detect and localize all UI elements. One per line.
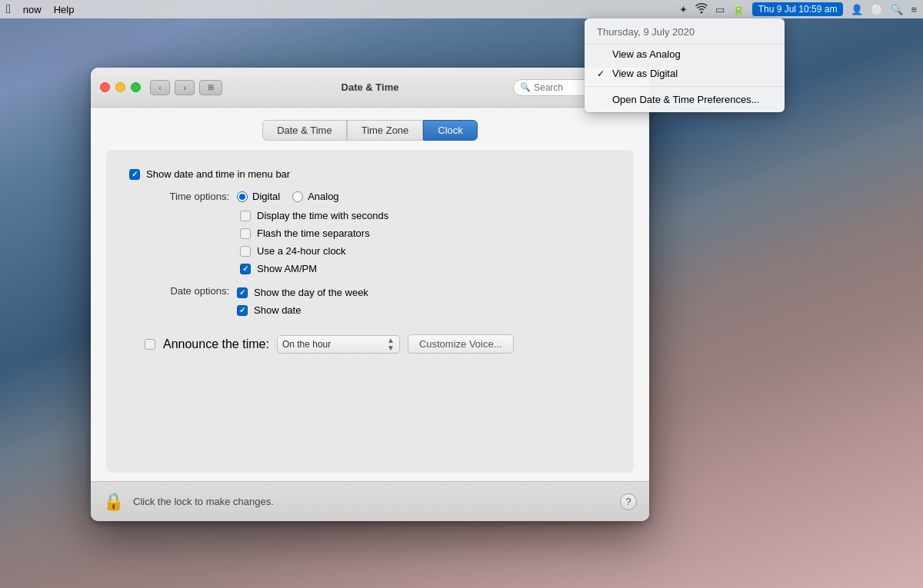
window-maximize-button[interactable] bbox=[131, 82, 141, 92]
airplay-icon[interactable]: ▭ bbox=[715, 4, 725, 15]
announce-frequency-select[interactable]: On the hour ▲ ▼ bbox=[277, 335, 400, 354]
time-sub-options: Display the time with seconds Flash the … bbox=[240, 210, 388, 274]
dropdown-view-digital-label: View as Digital bbox=[612, 68, 678, 79]
digital-radio-btn[interactable] bbox=[237, 191, 248, 202]
show-day-text: Show the day of the week bbox=[254, 287, 368, 298]
preferences-window: ‹ › ⊞ Date & Time 🔍 Date & Time Time Zon… bbox=[91, 68, 649, 521]
time-options-content: Digital Analog Display the time with sec… bbox=[237, 191, 388, 274]
tab-bar: Date & Time Time Zone Clock bbox=[106, 120, 634, 141]
dropdown-arrows-icon: ▲ ▼ bbox=[387, 337, 395, 352]
digital-radio-text: Digital bbox=[252, 191, 280, 202]
show-date-label[interactable]: Show date bbox=[237, 304, 368, 316]
show-day-checkbox[interactable] bbox=[237, 287, 248, 298]
window-titlebar: ‹ › ⊞ Date & Time 🔍 bbox=[91, 68, 649, 108]
show-seconds-text: Display the time with seconds bbox=[257, 210, 388, 221]
show-ampm-checkbox[interactable] bbox=[240, 264, 251, 274]
show-menubar-row: Show date and time in menu bar bbox=[129, 168, 611, 180]
24hour-text: Use a 24-hour clock bbox=[257, 245, 346, 257]
dropdown-view-digital[interactable]: ✓ View as Digital bbox=[585, 64, 785, 83]
announce-time-label: Announce the time: bbox=[163, 337, 269, 351]
help-button[interactable]: ? bbox=[620, 493, 637, 510]
date-sub-options: Show the day of the week Show date bbox=[237, 287, 368, 316]
announce-frequency-value: On the hour bbox=[282, 339, 331, 350]
network-icon[interactable]: ✦ bbox=[679, 4, 688, 15]
tab-date-time[interactable]: Date & Time bbox=[262, 120, 347, 141]
settings-panel: Show date and time in menu bar Time opti… bbox=[106, 150, 634, 473]
tab-clock[interactable]: Clock bbox=[423, 120, 478, 141]
flash-separators-text: Flash the time separators bbox=[257, 228, 370, 239]
menu-bar:  now Help ✦ ▭ 🔋 Thu 9 Jul 10:59 am 👤 ⚪ … bbox=[0, 0, 923, 18]
show-menubar-text: Show date and time in menu bar bbox=[146, 168, 290, 180]
window-close-button[interactable] bbox=[100, 82, 110, 92]
lock-text: Click the lock to make changes. bbox=[133, 496, 274, 507]
dropdown-view-analog[interactable]: View as Analog bbox=[585, 45, 785, 64]
list-icon[interactable]: ≡ bbox=[911, 4, 917, 15]
dropdown-view-analog-label: View as Analog bbox=[612, 48, 681, 60]
battery-icon[interactable]: 🔋 bbox=[732, 4, 745, 15]
show-date-checkbox[interactable] bbox=[237, 305, 248, 316]
dropdown-open-prefs-label: Open Date & Time Preferences... bbox=[612, 94, 759, 105]
analog-radio-label[interactable]: Analog bbox=[292, 191, 338, 202]
time-options-label: Time options: bbox=[145, 191, 229, 202]
customize-voice-button[interactable]: Customize Voice... bbox=[408, 334, 514, 354]
announce-time-row: Announce the time: On the hour ▲ ▼ Custo… bbox=[145, 334, 611, 354]
date-options-row: Date options: Show the day of the week S… bbox=[145, 285, 611, 316]
search-icon-small: 🔍 bbox=[520, 82, 531, 92]
show-menubar-checkbox[interactable] bbox=[129, 169, 140, 180]
dropdown-open-prefs[interactable]: Open Date & Time Preferences... bbox=[585, 90, 785, 109]
show-seconds-label[interactable]: Display the time with seconds bbox=[240, 210, 388, 221]
wifi-icon[interactable] bbox=[695, 3, 708, 16]
24hour-checkbox[interactable] bbox=[240, 246, 251, 257]
show-seconds-checkbox[interactable] bbox=[240, 211, 251, 221]
siri-icon[interactable]: ⚪ bbox=[871, 4, 883, 15]
analog-radio-text: Analog bbox=[308, 191, 338, 202]
window-controls bbox=[100, 82, 141, 92]
digital-checkmark: ✓ bbox=[597, 68, 608, 79]
show-menubar-label[interactable]: Show date and time in menu bar bbox=[129, 168, 290, 180]
tab-time-zone[interactable]: Time Zone bbox=[347, 120, 424, 141]
dropdown-date: Thursday, 9 July 2020 bbox=[585, 22, 785, 45]
window-footer: 🔒 Click the lock to make changes. ? bbox=[91, 481, 649, 521]
digital-radio-label[interactable]: Digital bbox=[237, 191, 280, 202]
menu-bar-help[interactable]: Help bbox=[54, 4, 75, 15]
user-icon[interactable]: 👤 bbox=[851, 4, 863, 15]
window-forward-button[interactable]: › bbox=[175, 80, 195, 95]
show-ampm-text: Show AM/PM bbox=[257, 263, 317, 274]
time-format-radio-group: Digital Analog bbox=[237, 191, 388, 202]
apple-menu[interactable]:  bbox=[6, 2, 11, 16]
clock-dropdown-menu: Thursday, 9 July 2020 View as Analog ✓ V… bbox=[585, 18, 785, 112]
window-nav: ‹ › bbox=[150, 80, 195, 95]
dropdown-divider bbox=[585, 86, 785, 87]
menu-bar-clock[interactable]: Thu 9 Jul 10:59 am bbox=[752, 2, 844, 16]
analog-radio-btn[interactable] bbox=[292, 191, 303, 202]
window-grid-button[interactable]: ⊞ bbox=[199, 80, 222, 95]
window-minimize-button[interactable] bbox=[115, 82, 125, 92]
flash-separators-checkbox[interactable] bbox=[240, 228, 251, 239]
lock-icon[interactable]: 🔒 bbox=[103, 492, 124, 512]
menu-bar-app-name[interactable]: now bbox=[23, 4, 42, 15]
search-icon[interactable]: 🔍 bbox=[891, 4, 903, 15]
menu-bar-left:  now Help bbox=[6, 2, 679, 16]
announce-time-checkbox[interactable] bbox=[145, 339, 155, 350]
24hour-label[interactable]: Use a 24-hour clock bbox=[240, 245, 388, 257]
window-title: Date & Time bbox=[342, 81, 399, 93]
date-options-label: Date options: bbox=[145, 285, 229, 297]
show-day-label[interactable]: Show the day of the week bbox=[237, 287, 368, 298]
window-content: Date & Time Time Zone Clock Show date an… bbox=[91, 108, 649, 485]
show-date-text: Show date bbox=[254, 304, 301, 316]
show-ampm-label[interactable]: Show AM/PM bbox=[240, 263, 388, 274]
window-back-button[interactable]: ‹ bbox=[150, 80, 170, 95]
menu-bar-right: ✦ ▭ 🔋 Thu 9 Jul 10:59 am 👤 ⚪ 🔍 ≡ bbox=[679, 2, 917, 16]
time-options-row: Time options: Digital Analog bbox=[145, 191, 611, 274]
flash-separators-label[interactable]: Flash the time separators bbox=[240, 228, 388, 239]
